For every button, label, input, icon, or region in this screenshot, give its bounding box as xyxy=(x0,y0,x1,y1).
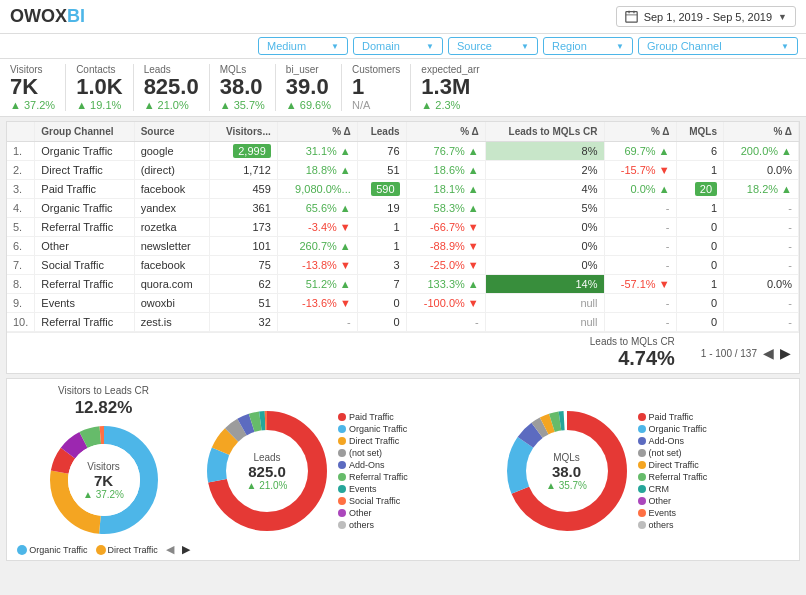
customers-delta: N/A xyxy=(352,99,400,111)
mqls-delta-cell: 0.0% xyxy=(724,161,799,180)
visitors-cell: 361 xyxy=(210,199,277,218)
addons-dot xyxy=(638,437,646,445)
visitors-cell: 2,999 xyxy=(210,142,277,161)
legend-item: Paid Traffic xyxy=(338,412,408,422)
col-leads[interactable]: Leads xyxy=(357,122,406,142)
mqls-donut-label: MQLs xyxy=(546,451,587,462)
biuser-value: 39.0 xyxy=(286,75,331,99)
col-leads-mqls[interactable]: Leads to MQLs CR xyxy=(485,122,604,142)
date-picker[interactable]: Sep 1, 2019 - Sep 5, 2019 ▼ xyxy=(616,6,796,27)
direct-dot xyxy=(338,437,346,445)
organic-dot xyxy=(338,425,346,433)
mqls-donut: MQLs 38.0 ▲ 35.7% xyxy=(502,406,632,536)
lm-cr-cell: null xyxy=(485,294,604,313)
lm-delta-cell: - xyxy=(604,256,676,275)
direct-dot xyxy=(96,545,106,555)
leads-mqls-cr-value: 4.74% xyxy=(618,347,675,370)
contacts-delta: ▲ 19.1% xyxy=(76,99,122,111)
mqls-cell: 1 xyxy=(676,275,724,294)
others-dot xyxy=(338,521,346,529)
legend-item: (not set) xyxy=(338,448,408,458)
chevron-icon: ▼ xyxy=(781,42,789,51)
leads-cell: 3 xyxy=(357,256,406,275)
mqls-cell: 1 xyxy=(676,161,724,180)
group-channel-cell: Organic Traffic xyxy=(35,199,134,218)
visitors-cell: 1,712 xyxy=(210,161,277,180)
chart-prev-button[interactable]: ◀ xyxy=(166,543,174,556)
domain-filter[interactable]: Domain ▼ xyxy=(353,37,443,55)
lm-delta-cell: 69.7% ▲ xyxy=(604,142,676,161)
visitors-cell: 51 xyxy=(210,294,277,313)
row-num: 3. xyxy=(7,180,35,199)
visitors-cell: 62 xyxy=(210,275,277,294)
col-leads-delta[interactable]: % Δ xyxy=(406,122,485,142)
chart-next-button[interactable]: ▶ xyxy=(182,543,190,556)
vis-delta-cell: 18.8% ▲ xyxy=(277,161,357,180)
row-num: 9. xyxy=(7,294,35,313)
source-cell: owoxbi xyxy=(134,294,210,313)
mqls-delta: ▲ 35.7% xyxy=(220,99,265,111)
mqls-cell: 0 xyxy=(676,256,724,275)
col-visitors[interactable]: Visitors... xyxy=(210,122,277,142)
col-group-channel[interactable]: Group Channel xyxy=(35,122,134,142)
lm-delta-cell: -57.1% ▼ xyxy=(604,275,676,294)
expected-arr-delta: ▲ 2.3% xyxy=(421,99,479,111)
source-cell: rozetka xyxy=(134,218,210,237)
group-channel-cell: Social Traffic xyxy=(35,256,134,275)
leads-delta-cell: -25.0% ▼ xyxy=(406,256,485,275)
events-dot xyxy=(338,485,346,493)
lm-cr-cell: 14% xyxy=(485,275,604,294)
direct-label: Direct Traffic xyxy=(108,545,158,555)
source-label: Source xyxy=(457,40,492,52)
visitors-chart: Visitors to Leads CR 12.82% Visitors 7K xyxy=(11,385,196,556)
region-filter[interactable]: Region ▼ xyxy=(543,37,633,55)
svg-rect-0 xyxy=(625,12,636,23)
group-channel-filter[interactable]: Group Channel ▼ xyxy=(638,37,798,55)
chevron-icon: ▼ xyxy=(426,42,434,51)
mqls-donut-delta: ▲ 35.7% xyxy=(546,479,587,490)
metric-mqls: MQLs 38.0 ▲ 35.7% xyxy=(210,64,276,111)
table-row: 7. Social Traffic facebook 75 -13.8% ▼ 3… xyxy=(7,256,799,275)
organic-dot xyxy=(17,545,27,555)
row-num: 6. xyxy=(7,237,35,256)
table-row: 2. Direct Traffic (direct) 1,712 18.8% ▲… xyxy=(7,161,799,180)
col-mqls[interactable]: MQLs xyxy=(676,122,724,142)
chevron-down-icon: ▼ xyxy=(778,12,787,22)
leads-chart: Leads 825.0 ▲ 21.0% Paid Traffic Organic… xyxy=(202,385,496,556)
leads-delta-cell: 133.3% ▲ xyxy=(406,275,485,294)
group-channel-cell: Referral Traffic xyxy=(35,275,134,294)
col-vis-delta[interactable]: % Δ xyxy=(277,122,357,142)
group-channel-label: Group Channel xyxy=(647,40,722,52)
legend-item: Add-Ons xyxy=(338,460,408,470)
events-dot xyxy=(638,509,646,517)
visitors-cell: 101 xyxy=(210,237,277,256)
next-page-button[interactable]: ▶ xyxy=(780,345,791,361)
medium-filter[interactable]: Medium ▼ xyxy=(258,37,348,55)
other-dot xyxy=(338,509,346,517)
table-row: 6. Other newsletter 101 260.7% ▲ 1 -88.9… xyxy=(7,237,799,256)
col-mqls-delta[interactable]: % Δ xyxy=(724,122,799,142)
leads-value: 825.0 xyxy=(144,75,199,99)
row-num: 4. xyxy=(7,199,35,218)
source-filter[interactable]: Source ▼ xyxy=(448,37,538,55)
vis-delta-cell: -13.8% ▼ xyxy=(277,256,357,275)
leads-delta-cell: - xyxy=(406,313,485,332)
table-row: 9. Events owoxbi 51 -13.6% ▼ 0 -100.0% ▼… xyxy=(7,294,799,313)
lm-cr-cell: 4% xyxy=(485,180,604,199)
metric-visitors: Visitors 7K ▲ 37.2% xyxy=(10,64,66,111)
leads-cell: 51 xyxy=(357,161,406,180)
legend-item: Add-Ons xyxy=(638,436,708,446)
table-row: 10. Referral Traffic zest.is 32 - 0 - nu… xyxy=(7,313,799,332)
paid-dot xyxy=(638,413,646,421)
leads-cell: 76 xyxy=(357,142,406,161)
visitors-donut-center: Visitors 7K ▲ 37.2% xyxy=(83,461,124,500)
metric-leads: Leads 825.0 ▲ 21.0% xyxy=(134,64,210,111)
col-lm-delta[interactable]: % Δ xyxy=(604,122,676,142)
prev-page-button[interactable]: ◀ xyxy=(763,345,774,361)
lm-delta-cell: - xyxy=(604,294,676,313)
metrics-row: Visitors 7K ▲ 37.2% Contacts 1.0K ▲ 19.1… xyxy=(0,59,806,117)
lm-delta-cell: 0.0% ▲ xyxy=(604,180,676,199)
col-source[interactable]: Source xyxy=(134,122,210,142)
legend-item: Events xyxy=(638,508,708,518)
visitors-donut-label: Visitors xyxy=(83,461,124,472)
